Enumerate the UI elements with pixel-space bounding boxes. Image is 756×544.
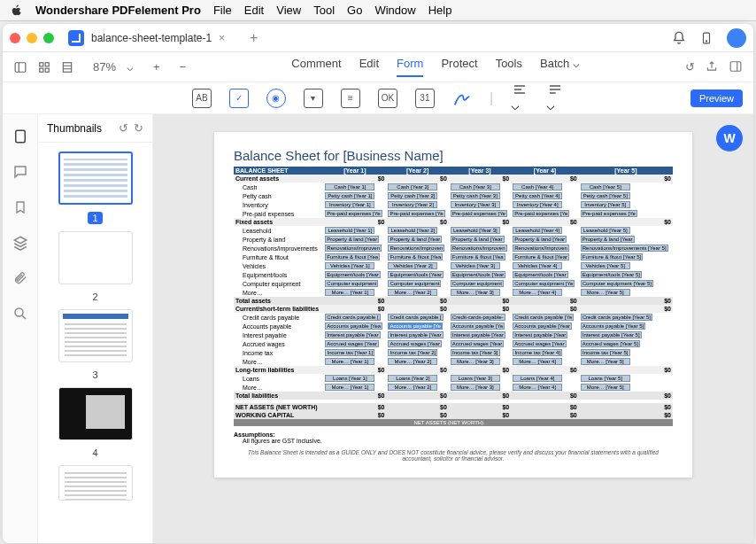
tab-form[interactable]: Form	[397, 57, 423, 77]
close-window-button[interactable]	[10, 33, 20, 43]
search-nav-icon[interactable]	[12, 306, 28, 322]
maximize-window-button[interactable]	[43, 33, 54, 43]
svg-rect-6	[45, 68, 49, 72]
assumptions-text: All figures are GST inclusive.	[234, 438, 322, 444]
zoom-out-button[interactable]: −	[180, 60, 187, 74]
grid-view-icon[interactable]	[38, 61, 50, 74]
document-canvas[interactable]: W Balance Sheet for [Business Name] BALA…	[153, 114, 753, 543]
date-tool[interactable]: 31	[415, 89, 435, 108]
svg-rect-7	[63, 62, 71, 72]
sidebar-rail	[3, 114, 38, 543]
row-petty-cash: Petty cashPetty cash [Year 1]Petty cash …	[234, 191, 673, 200]
field-cash-y2[interactable]: Cash [Year 2]	[388, 183, 437, 190]
svg-rect-4	[45, 62, 49, 66]
row-cash: CashCash [Year 1]Cash [Year 2]Cash [Year…	[234, 183, 673, 191]
thumbnail-page-5[interactable]	[58, 465, 133, 501]
zoom-in-button[interactable]: +	[153, 60, 160, 74]
share-icon[interactable]	[706, 60, 718, 74]
document-title: Balance Sheet for [Business Name]	[234, 148, 673, 163]
mac-menubar: Wondershare PDFelement Pro File Edit Vie…	[0, 0, 756, 21]
thumbnail-page-4-number: 4	[92, 447, 97, 458]
zoom-dropdown-icon[interactable]: ⌵	[127, 60, 134, 74]
assumptions-header: Assumptions:	[234, 431, 275, 438]
tab-edit[interactable]: Edit	[359, 57, 379, 77]
title-bar: balance-sheet-template-1 × +	[3, 24, 753, 52]
row-inventory: InventoryInventory [Year 1]Inventory [Ye…	[234, 200, 673, 209]
tab-batch[interactable]: Batch ⌵	[540, 57, 580, 77]
menu-file[interactable]: File	[213, 4, 232, 17]
undo-icon[interactable]: ↺	[685, 60, 695, 74]
bell-icon[interactable]	[672, 31, 686, 45]
document-tab-title[interactable]: balance-sheet-template-1	[91, 32, 212, 44]
menu-view[interactable]: View	[276, 4, 301, 17]
rotate-right-icon[interactable]: ↻	[134, 121, 143, 135]
field-cash-y3[interactable]: Cash [Year 3]	[451, 183, 500, 190]
form-toolbar: AB ✓ ◉ ▾ ≡ OK 31 | ⌵ ⌵ Preview	[3, 82, 753, 114]
svg-point-1	[706, 40, 706, 41]
thumbnail-page-3-number: 3	[92, 369, 97, 380]
dropdown-tool[interactable]: ▾	[304, 89, 323, 108]
svg-rect-3	[40, 62, 43, 66]
page-view-icon[interactable]	[61, 61, 73, 74]
comments-nav-icon[interactable]	[12, 164, 28, 180]
menu-go[interactable]: Go	[347, 4, 362, 17]
svg-point-10	[15, 308, 23, 316]
thumbnail-page-4[interactable]	[58, 387, 133, 440]
thumbnail-page-3[interactable]	[58, 309, 133, 362]
minimize-window-button[interactable]	[27, 33, 37, 43]
field-accounts-payable-y2-selected[interactable]: Accounts payable [Ye	[388, 323, 443, 330]
page-1: Balance Sheet for [Business Name] BALANC…	[214, 132, 692, 478]
user-avatar[interactable]	[727, 28, 746, 48]
disclaimer-text: This Balance Sheet is intended as a GUID…	[234, 449, 673, 462]
apple-icon[interactable]	[11, 4, 23, 17]
preview-button[interactable]: Preview	[690, 89, 743, 107]
rotate-left-icon[interactable]: ↺	[119, 121, 128, 135]
menu-window[interactable]: Window	[374, 4, 415, 17]
menu-tool[interactable]: Tool	[313, 4, 335, 17]
row-prepaid: Pre-paid expensesPre-paid expenses [YePr…	[234, 209, 673, 218]
phone-icon[interactable]	[700, 30, 713, 46]
thumbnails-panel: Thumbnails ↺ ↻ 1 2 3 4	[38, 114, 153, 543]
field-cash-y5[interactable]: Cash [Year 5]	[581, 183, 630, 190]
close-tab-button[interactable]: ×	[219, 32, 225, 44]
menu-help[interactable]: Help	[428, 4, 452, 17]
balance-sheet-table: BALANCE SHEET [Year 1] [Year 2] [Year 3]…	[234, 167, 673, 426]
tab-protect[interactable]: Protect	[441, 57, 477, 77]
svg-rect-2	[15, 62, 26, 72]
tab-tools[interactable]: Tools	[496, 57, 522, 77]
more-tool[interactable]: ⌵	[546, 82, 564, 113]
bookmark-nav-icon[interactable]	[13, 199, 27, 215]
sidebar-toggle-icon[interactable]	[13, 61, 27, 74]
radio-tool[interactable]: ◉	[266, 89, 286, 108]
checkbox-tool[interactable]: ✓	[229, 89, 249, 108]
signature-tool[interactable]	[452, 89, 472, 108]
thumbnails-nav-icon[interactable]	[12, 128, 28, 144]
field-cash-y1[interactable]: Cash [Year 1]	[325, 183, 374, 190]
text-field-tool[interactable]: AB	[192, 89, 212, 108]
new-tab-button[interactable]: +	[250, 30, 258, 46]
view-toolbar: 87% ⌵ + − Comment Edit Form Protect Tool…	[3, 52, 753, 82]
traffic-lights	[10, 33, 54, 43]
svg-rect-8	[730, 62, 741, 72]
tab-comment[interactable]: Comment	[291, 57, 341, 77]
align-tool[interactable]: ⌵	[511, 82, 528, 113]
thumbnail-page-2-number: 2	[92, 291, 97, 302]
thumbnail-page-2[interactable]	[58, 231, 133, 284]
attachment-nav-icon[interactable]	[13, 270, 27, 286]
table-header-row: BALANCE SHEET [Year 1] [Year 2] [Year 3]…	[234, 167, 673, 175]
button-tool[interactable]: OK	[378, 89, 397, 108]
panel-toggle-icon[interactable]	[729, 60, 743, 74]
app-name: Wondershare PDFelement Pro	[35, 4, 201, 17]
field-cash-y4[interactable]: Cash [Year 4]	[513, 183, 562, 190]
thumbnails-header: Thumbnails	[47, 122, 102, 135]
thumbnail-page-1-number: 1	[88, 212, 102, 224]
svg-rect-9	[15, 130, 25, 143]
word-export-button[interactable]: W	[716, 125, 743, 152]
list-tool[interactable]: ≡	[341, 89, 360, 108]
menu-edit[interactable]: Edit	[244, 4, 264, 17]
layers-nav-icon[interactable]	[12, 235, 28, 251]
svg-rect-5	[40, 68, 43, 72]
app-logo-icon	[68, 30, 84, 46]
thumbnail-page-1[interactable]	[58, 152, 133, 205]
zoom-level[interactable]: 87%	[93, 60, 116, 74]
